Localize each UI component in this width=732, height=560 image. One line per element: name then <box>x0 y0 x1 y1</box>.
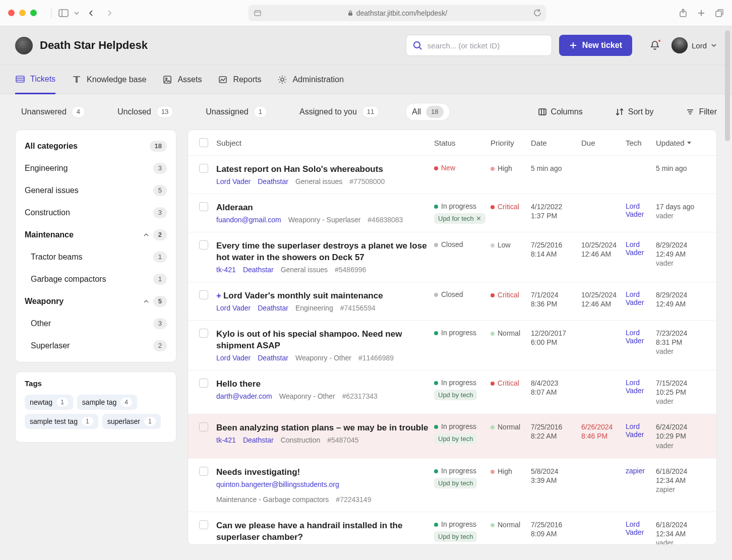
ticket-from[interactable]: Lord Vader <box>216 177 251 185</box>
ticket-from[interactable]: fuandon@gmail.com <box>216 216 281 224</box>
ticket-subject[interactable]: Needs investigating! <box>216 467 434 478</box>
filter-all[interactable]: All 18 <box>405 103 450 121</box>
th-due[interactable]: Due <box>581 139 626 147</box>
ticket-from[interactable]: Lord Vader <box>216 304 251 312</box>
ticket-subject[interactable]: Hello there <box>216 379 434 390</box>
th-updated[interactable]: Updated <box>656 139 705 147</box>
nav-back-button[interactable] <box>85 8 98 19</box>
tag-chip[interactable]: sample tag4 <box>77 395 137 410</box>
ticket-subject[interactable]: Kylo is out of his special shampoo. Need… <box>216 329 434 352</box>
category-subitem[interactable]: Tractor beams1 <box>16 246 176 268</box>
close-icon[interactable]: ✕ <box>476 215 481 222</box>
tag-chip[interactable]: newtag1 <box>25 395 73 410</box>
table-row[interactable]: Hello there darth@vader.comWeaponry - Ot… <box>188 370 716 415</box>
status-badge[interactable]: Upd by tech <box>434 478 477 488</box>
tabs-overview-icon[interactable] <box>715 9 724 18</box>
ticket-subject[interactable]: Alderaan <box>216 202 434 214</box>
tab-reports[interactable]: Reports <box>218 65 261 94</box>
ticket-from[interactable]: tk-421 <box>216 436 236 444</box>
window-zoom-button[interactable] <box>30 10 37 16</box>
row-checkbox[interactable] <box>199 422 208 431</box>
ticket-subject[interactable]: Latest report on Han Solo's whereabouts <box>216 164 434 175</box>
ticket-tech[interactable]: Lord Vader <box>626 290 656 312</box>
chevron-down-icon[interactable] <box>74 10 80 16</box>
category-subitem[interactable]: Other3 <box>16 313 176 335</box>
ticket-subject[interactable]: +Lord Vader's monthly suit maintenance <box>216 290 434 302</box>
user-menu[interactable]: Lord <box>672 37 717 53</box>
window-minimize-button[interactable] <box>19 10 26 16</box>
status-badge[interactable]: Upd by tech <box>434 531 477 542</box>
ticket-from[interactable]: Lord Vader <box>216 354 251 362</box>
category-item[interactable]: Engineering3 <box>16 157 176 179</box>
row-checkbox[interactable] <box>199 379 208 388</box>
category-subitem[interactable]: Superlaser2 <box>16 335 176 357</box>
row-checkbox[interactable] <box>199 202 208 211</box>
status-badge[interactable]: Upd by tech <box>434 433 477 444</box>
ticket-company[interactable]: Deathstar <box>243 266 274 274</box>
ticket-company[interactable]: Deathstar <box>258 304 288 312</box>
search-input[interactable] <box>426 41 545 50</box>
th-priority[interactable]: Priority <box>491 139 531 147</box>
table-row[interactable]: Latest report on Han Solo's whereabouts … <box>188 156 716 194</box>
filter-assigned-to-you[interactable]: Assigned to you 11 <box>293 103 385 120</box>
reload-icon[interactable] <box>533 9 541 17</box>
url-bar[interactable]: deathstar.jitbit.com/helpdesk/ <box>249 5 546 21</box>
table-row[interactable]: Needs investigating! quinton.bangerter@b… <box>188 459 716 512</box>
columns-button[interactable]: Columns <box>538 107 583 116</box>
notifications-button[interactable] <box>649 40 660 51</box>
filter-unanswered[interactable]: Unanswered 4 <box>15 103 91 120</box>
nav-forward-button[interactable] <box>103 8 116 19</box>
sidebar-toggle-icon[interactable] <box>58 9 69 17</box>
ticket-tech[interactable]: Lord Vader <box>626 202 656 224</box>
ticket-from[interactable]: quinton.bangerter@billingsstudents.org <box>216 480 339 488</box>
table-row[interactable]: Can we please have a handrail installed … <box>188 512 716 544</box>
category-weaponry[interactable]: Weaponry 5 <box>16 290 176 313</box>
ticket-tech[interactable]: Lord Vader <box>626 240 656 274</box>
ticket-tech[interactable]: zapier <box>626 467 656 504</box>
status-badge[interactable]: Upd for tech✕ <box>434 213 485 224</box>
select-all-checkbox[interactable] <box>199 138 208 147</box>
tab-assets[interactable]: Assets <box>162 65 202 94</box>
th-status[interactable]: Status <box>434 139 491 147</box>
ticket-tech[interactable]: Lord Vader <box>626 379 656 406</box>
search-box[interactable] <box>406 35 552 56</box>
table-row[interactable]: Kylo is out of his special shampoo. Need… <box>188 321 716 370</box>
filter-unassigned[interactable]: Unassigned 1 <box>200 103 273 120</box>
tab-administration[interactable]: Administration <box>277 65 343 94</box>
new-ticket-button[interactable]: New ticket <box>559 35 632 56</box>
page-settings-icon[interactable] <box>254 9 262 17</box>
ticket-tech[interactable] <box>626 164 656 185</box>
tag-chip[interactable]: superlaser1 <box>102 414 161 429</box>
ticket-subject[interactable]: Can we please have a handrail installed … <box>216 520 434 543</box>
row-checkbox[interactable] <box>199 520 208 529</box>
new-tab-icon[interactable] <box>697 9 706 18</box>
sort-button[interactable]: Sort by <box>615 107 654 116</box>
table-row[interactable]: Every time the superlaser destroys a pla… <box>188 232 716 282</box>
ticket-company[interactable]: Deathstar <box>258 177 288 185</box>
window-close-button[interactable] <box>8 10 15 16</box>
table-row[interactable]: Been analyzing station plans – we may be… <box>188 414 716 459</box>
expand-icon[interactable]: + <box>216 291 221 300</box>
category-all[interactable]: All categories 18 <box>16 135 176 157</box>
filter-button[interactable]: Filter <box>686 107 717 116</box>
table-row[interactable]: Alderaan fuandon@gmail.comWeaponry - Sup… <box>188 194 716 232</box>
ticket-subject[interactable]: Been analyzing station plans – we may be… <box>216 422 434 434</box>
category-item[interactable]: Construction3 <box>16 202 176 224</box>
th-tech[interactable]: Tech <box>626 139 656 147</box>
category-subitem[interactable]: Garbage compactors1 <box>16 268 176 290</box>
th-date[interactable]: Date <box>531 139 581 147</box>
tab-knowledge-base[interactable]: Knowledge base <box>72 65 146 94</box>
th-subject[interactable]: Subject <box>216 139 434 147</box>
ticket-from[interactable]: tk-421 <box>216 266 236 274</box>
ticket-tech[interactable]: Lord Vader <box>626 520 656 544</box>
ticket-tech[interactable]: Lord Vader <box>626 329 656 362</box>
row-checkbox[interactable] <box>199 290 208 299</box>
row-checkbox[interactable] <box>199 467 208 476</box>
category-item[interactable]: General issues5 <box>16 179 176 202</box>
table-row[interactable]: +Lord Vader's monthly suit maintenance L… <box>188 282 716 321</box>
ticket-subject[interactable]: Every time the superlaser destroys a pla… <box>216 240 434 264</box>
row-checkbox[interactable] <box>199 240 208 250</box>
brand[interactable]: Death Star Helpdesk <box>15 37 148 54</box>
row-checkbox[interactable] <box>199 164 208 173</box>
category-maintenance[interactable]: Maintenance 2 <box>16 224 176 246</box>
